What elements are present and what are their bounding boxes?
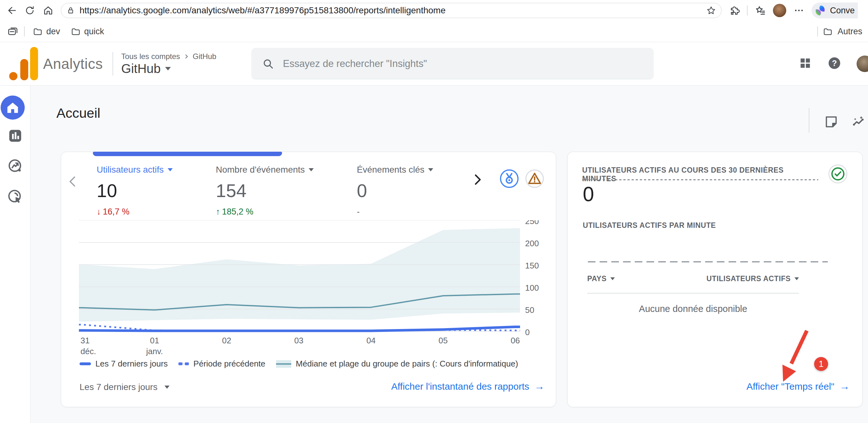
svg-text:05: 05 (439, 336, 448, 345)
more-menu-icon[interactable] (791, 2, 807, 19)
help-icon[interactable]: ? (828, 56, 841, 72)
metric-event-count: Nombre d'événements 154 ↑ 185,2 % (216, 165, 314, 217)
main-content: Accueil Utilisateurs actifs 10 (30, 86, 868, 423)
nav-advertising-icon[interactable] (5, 187, 25, 207)
metric-delta: - (357, 207, 433, 217)
realtime-value: 0 (583, 182, 594, 206)
legend-previous-period: Période précédente (178, 359, 265, 369)
empty-state-message: Aucune donnée disponible (587, 304, 799, 314)
ga-profile-avatar[interactable] (857, 56, 868, 72)
insights-icon[interactable] (851, 115, 866, 129)
bookmark-folder-dev[interactable]: dev (33, 27, 60, 36)
svg-text:?: ? (832, 59, 837, 67)
realtime-subtitle: UTILISATEURS ACTIFS PAR MINUTE (583, 221, 716, 230)
chevron-down-icon (165, 67, 171, 70)
header-actions: ? (798, 56, 868, 72)
browser-toolbar: https://analytics.google.com/analytics/w… (0, 0, 868, 21)
chevron-down-icon (168, 168, 173, 171)
other-favorites[interactable]: Autres (817, 26, 862, 36)
folder-icon (823, 27, 833, 36)
svg-text:06: 06 (511, 336, 520, 345)
account-switcher[interactable]: Tous les comptes GitHub GitHub (121, 52, 216, 76)
svg-text:31: 31 (81, 336, 90, 345)
nav-explore-icon[interactable] (5, 156, 25, 176)
svg-text:100: 100 (525, 283, 539, 292)
breadcrumb-account: GitHub (193, 52, 216, 61)
band-swatch-icon (276, 360, 291, 368)
svg-text:janv.: janv. (146, 346, 163, 356)
svg-text:250: 250 (525, 220, 539, 226)
chevron-right-icon (183, 53, 189, 60)
collections-icon[interactable] (6, 24, 20, 38)
svg-text:01: 01 (150, 336, 159, 345)
warning-badge-icon[interactable] (525, 169, 545, 189)
metric-delta: ↓ 16,7 % (97, 207, 173, 217)
browser-chrome: https://analytics.google.com/analytics/w… (0, 0, 868, 42)
toolbar-separator (747, 5, 748, 16)
chevron-down-icon (428, 168, 433, 171)
product-name: Analytics (43, 55, 103, 72)
analytics-header: Analytics Tous les comptes GitHub GitHub… (0, 42, 868, 86)
benchmarking-badge-icon[interactable] (499, 169, 519, 189)
extensions-icon[interactable] (726, 2, 743, 19)
arrow-right-icon: → (839, 380, 849, 392)
nav-reports-icon[interactable] (5, 126, 25, 146)
copilot-button[interactable]: Conve (812, 3, 858, 19)
bookmark-folder-label: quick (84, 27, 104, 36)
search-input[interactable] (283, 58, 568, 69)
metric-selector[interactable]: Utilisateurs actifs (97, 165, 173, 175)
per-minute-sparkline (588, 261, 828, 262)
search-bar[interactable] (251, 48, 654, 80)
app-body: Accueil Utilisateurs actifs 10 (0, 86, 868, 423)
bookmarks-right-separator (817, 26, 818, 36)
solid-line-swatch-icon (80, 362, 91, 365)
home-nav-icon[interactable] (40, 2, 56, 19)
apps-grid-icon[interactable] (798, 56, 812, 72)
other-favorites-label: Autres (838, 27, 862, 36)
metric-selector[interactable]: Nombre d'événements (216, 165, 314, 175)
chevron-down-icon (610, 277, 615, 280)
annotation-step-badge: 1 (814, 357, 828, 371)
metric-value: 0 (357, 180, 433, 201)
svg-text:150: 150 (525, 261, 539, 271)
svg-text:02: 02 (222, 336, 231, 345)
view-realtime-link[interactable]: Afficher "Temps réel" → (746, 380, 849, 392)
delta-arrow-icon: ↑ (216, 207, 220, 217)
chevron-down-icon (164, 386, 169, 389)
dotted-line-swatch-icon (178, 362, 189, 365)
notes-icon[interactable] (824, 115, 839, 129)
active-users-column-header[interactable]: UTILISATEURS ACTIFS (706, 275, 799, 283)
date-range-selector[interactable]: Les 7 derniers jours (80, 382, 169, 392)
refresh-icon[interactable] (22, 2, 38, 19)
bookmark-star-icon[interactable] (706, 5, 716, 16)
status-ok-icon[interactable] (828, 164, 848, 184)
carousel-prev-icon[interactable] (66, 175, 80, 190)
reports-snapshot-link[interactable]: Afficher l'instantané des rapports → (392, 380, 545, 392)
svg-text:200: 200 (525, 238, 539, 248)
bookmarks-bar: dev quick Autres (0, 21, 868, 42)
chart-legend: Les 7 derniers jours Période précédente … (80, 359, 518, 369)
bookmark-folder-quick[interactable]: quick (71, 27, 104, 36)
svg-text:03: 03 (294, 336, 304, 345)
chevron-down-icon (795, 277, 799, 280)
page-header-actions (809, 111, 866, 133)
back-icon[interactable] (3, 2, 20, 19)
country-column-header[interactable]: PAYS (587, 275, 615, 283)
legend-peer-group: Médiane et plage du groupe de pairs (: C… (276, 359, 518, 369)
realtime-table-header: PAYS UTILISATEURS ACTIFS (587, 275, 799, 283)
arrow-right-icon: → (534, 380, 545, 392)
left-nav (0, 86, 30, 423)
carousel-next-icon[interactable] (471, 173, 484, 188)
favorites-bar-icon[interactable] (752, 2, 769, 19)
address-bar[interactable]: https://analytics.google.com/analytics/w… (61, 3, 721, 18)
legend-current-period: Les 7 derniers jours (80, 359, 168, 369)
browser-profile-avatar[interactable] (773, 4, 786, 17)
metric-selector[interactable]: Événements clés (357, 165, 433, 175)
header-separator (113, 52, 113, 76)
breadcrumb-root: Tous les comptes (121, 52, 180, 61)
analytics-logo-icon (9, 47, 38, 81)
svg-text:0: 0 (525, 328, 530, 337)
folder-icon (33, 27, 42, 36)
url-text[interactable]: https://analytics.google.com/analytics/w… (80, 5, 706, 16)
nav-home-icon[interactable] (1, 95, 25, 120)
